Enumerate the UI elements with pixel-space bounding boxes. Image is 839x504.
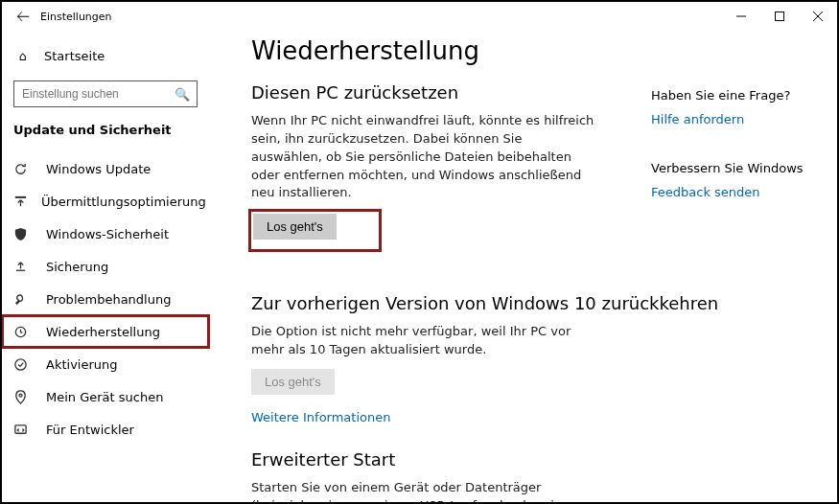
svg-rect-1 — [776, 12, 784, 21]
svg-rect-8 — [15, 424, 26, 432]
section-go-back: Zur vorherigen Version von Windows 10 zu… — [251, 293, 818, 424]
advanced-heading: Erweiterter Start — [251, 449, 818, 470]
back-button[interactable]: 🡠 — [10, 9, 36, 24]
home-label: Startseite — [44, 49, 105, 63]
goback-button: Los geht's — [251, 369, 335, 395]
svg-point-6 — [15, 358, 26, 369]
nav-item-recovery[interactable]: Wiederherstellung — [2, 315, 209, 348]
search-icon: 🔍 — [174, 87, 191, 102]
titlebar: 🡠 Einstellungen — [2, 2, 837, 31]
nav-item-delivery-optimization[interactable]: Übermittlungsoptimierung — [2, 185, 209, 218]
nav-item-find-my-device[interactable]: Mein Gerät suchen — [2, 380, 209, 413]
nav-item-windows-update[interactable]: Windows Update — [2, 152, 209, 185]
nav-item-label: Wiederherstellung — [46, 325, 160, 339]
help-link[interactable]: Hilfe anfordern — [651, 112, 744, 126]
shield-icon — [13, 227, 33, 241]
maximize-button[interactable] — [760, 2, 799, 31]
recovery-icon — [13, 325, 33, 339]
advanced-body: Starten Sie von einem Gerät oder Datentr… — [251, 479, 596, 502]
svg-rect-4 — [15, 195, 26, 197]
svg-point-7 — [19, 394, 22, 397]
reset-body: Wenn Ihr PC nicht einwandfrei läuft, kön… — [251, 112, 596, 202]
nav-item-label: Mein Gerät suchen — [46, 390, 163, 404]
nav-item-label: Windows Update — [46, 162, 151, 176]
search-box[interactable]: 🔍 — [13, 80, 198, 107]
help-title: Haben Sie eine Frage? — [651, 88, 814, 103]
sync-icon — [13, 162, 33, 176]
nav-item-label: Sicherung — [46, 260, 108, 274]
sidebar: ⌂ Startseite 🔍 Update und Sicherheit Win… — [2, 31, 209, 502]
goback-heading: Zur vorherigen Version von Windows 10 zu… — [251, 293, 818, 313]
home-link[interactable]: ⌂ Startseite — [13, 40, 198, 71]
feedback-title: Verbessern Sie Windows — [651, 161, 814, 175]
nav-item-label: Übermittlungsoptimierung — [41, 195, 206, 209]
nav-list: Windows Update Übermittlungsoptimierung … — [13, 152, 198, 446]
section-advanced-startup: Erweiterter Start Starten Sie von einem … — [251, 449, 818, 502]
find-device-icon — [13, 390, 33, 404]
nav-item-label: Für Entwickler — [46, 423, 134, 437]
nav-item-windows-security[interactable]: Windows-Sicherheit — [2, 218, 209, 250]
search-input[interactable] — [20, 86, 174, 102]
nav-item-label: Aktivierung — [46, 357, 118, 372]
activation-icon — [13, 357, 33, 372]
nav-item-backup[interactable]: Sicherung — [2, 250, 209, 283]
nav-item-label: Problembehandlung — [46, 292, 171, 307]
nav-item-activation[interactable]: Aktivierung — [2, 348, 209, 380]
delivery-icon — [13, 195, 28, 209]
backup-icon — [13, 260, 33, 274]
close-button[interactable] — [799, 2, 837, 31]
nav-item-label: Windows-Sicherheit — [46, 227, 169, 241]
home-icon: ⌂ — [13, 49, 33, 63]
minimize-button[interactable] — [722, 2, 760, 31]
maximize-icon — [775, 11, 784, 21]
reset-button[interactable]: Los geht's — [253, 214, 337, 240]
nav-item-for-developers[interactable]: Für Entwickler — [2, 413, 209, 446]
right-pane: Haben Sie eine Frage? Hilfe anfordern Ve… — [651, 88, 814, 234]
troubleshoot-icon — [13, 292, 33, 307]
goback-body: Die Option ist nicht mehr verfügbar, wei… — [251, 323, 596, 359]
reset-button-highlight: Los geht's — [251, 212, 379, 249]
main-content: Wiederherstellung Diesen PC zurücksetzen… — [209, 31, 837, 502]
window-title: Einstellungen — [36, 11, 722, 23]
nav-group-title: Update und Sicherheit — [13, 123, 198, 137]
minimize-icon — [736, 11, 746, 21]
page-title: Wiederherstellung — [251, 36, 818, 65]
close-icon — [813, 11, 823, 21]
developer-icon — [13, 423, 33, 437]
nav-item-troubleshoot[interactable]: Problembehandlung — [2, 283, 209, 315]
feedback-link[interactable]: Feedback senden — [651, 185, 760, 199]
window-controls — [722, 2, 837, 31]
more-info-link[interactable]: Weitere Informationen — [251, 410, 390, 424]
